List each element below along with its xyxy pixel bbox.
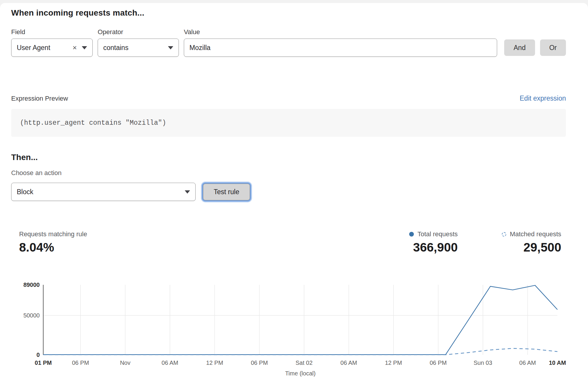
x-tick-label: 06 AM	[340, 360, 357, 366]
chevron-down-icon[interactable]	[185, 190, 190, 194]
then-heading: Then...	[11, 153, 566, 162]
total-requests-line	[43, 285, 557, 355]
test-rule-button[interactable]: Test rule	[203, 184, 250, 200]
stats-row: Requests matching rule 8.04% Total reque…	[11, 230, 566, 254]
x-tick-label: 06 AM	[519, 360, 536, 366]
x-tick-label: 12 PM	[385, 360, 402, 366]
x-tick-label: Nov	[120, 360, 131, 366]
expression-header-row: Expression Preview Edit expression	[11, 94, 566, 102]
value-label: Value	[184, 28, 200, 36]
stat-matched-requests: Matched requests 29,500	[502, 230, 561, 254]
matching-rule-value: 8.04%	[19, 240, 409, 254]
x-tick-label: 01 PM	[35, 360, 52, 366]
action-row: Block Test rule	[11, 183, 566, 201]
matching-rule-label: Requests matching rule	[19, 230, 409, 238]
y-tick-label: 89000	[23, 282, 40, 288]
action-select[interactable]: Block	[11, 183, 196, 201]
total-requests-label: Total requests	[417, 230, 458, 238]
solid-dot-legend-icon	[409, 232, 414, 237]
matched-requests-line	[43, 348, 557, 355]
y-tick-label: 0	[36, 352, 40, 358]
x-tick-label: 12 PM	[206, 360, 223, 366]
stat-matching-rule: Requests matching rule 8.04%	[19, 230, 409, 254]
value-input-wrapper	[184, 39, 497, 57]
chevron-down-icon[interactable]	[82, 46, 87, 49]
clear-icon[interactable]: ✕	[72, 44, 77, 51]
x-tick-label: 06 AM	[161, 360, 178, 366]
matched-requests-label: Matched requests	[510, 230, 561, 238]
and-button[interactable]: And	[504, 39, 535, 56]
x-tick-label: Sun 03	[474, 360, 492, 366]
page-title: When incoming requests match...	[11, 8, 566, 18]
x-tick-label: 06 PM	[430, 360, 447, 366]
y-tick-label: 50000	[23, 312, 40, 319]
x-tick-label: Sat 02	[296, 360, 313, 366]
chevron-down-icon[interactable]	[168, 46, 173, 49]
matched-requests-legend: Matched requests	[502, 230, 561, 238]
requests-chart: 8900050000001 PM06 PMNov06 AM12 PM06 PMS…	[11, 279, 566, 381]
x-axis-title: Time (local)	[285, 370, 316, 377]
x-tick-label: 06 PM	[72, 360, 89, 366]
field-label: Field	[11, 28, 98, 36]
or-button[interactable]: Or	[540, 39, 566, 56]
operator-select-value: contains	[103, 44, 168, 52]
x-tick-label: 06 PM	[251, 360, 268, 366]
operator-select[interactable]: contains	[98, 39, 179, 57]
total-requests-legend: Total requests	[409, 230, 458, 238]
expression-preview-box: (http.user_agent contains "Mozilla")	[11, 109, 566, 137]
x-tick-label: 10 AM	[549, 360, 566, 366]
field-select[interactable]: User Agent ✕	[11, 39, 93, 57]
rule-controls-row: User Agent ✕ contains And Or	[11, 39, 566, 57]
dashed-circle-legend-icon	[502, 232, 506, 237]
expression-code: (http.user_agent contains "Mozilla")	[20, 119, 166, 127]
action-select-value: Block	[17, 188, 185, 196]
value-input[interactable]	[189, 44, 492, 52]
field-select-value: User Agent	[17, 44, 72, 52]
field-labels-row: Field Operator Value	[11, 28, 566, 36]
operator-label: Operator	[98, 28, 184, 36]
total-requests-value: 366,900	[409, 240, 458, 254]
choose-action-label: Choose an action	[11, 169, 566, 177]
stat-total-requests: Total requests 366,900	[409, 230, 458, 254]
expression-preview-label: Expression Preview	[11, 95, 68, 102]
rule-editor-card: When incoming requests match... Field Op…	[0, 3, 588, 381]
edit-expression-link[interactable]: Edit expression	[520, 94, 566, 102]
matched-requests-value: 29,500	[502, 240, 561, 254]
